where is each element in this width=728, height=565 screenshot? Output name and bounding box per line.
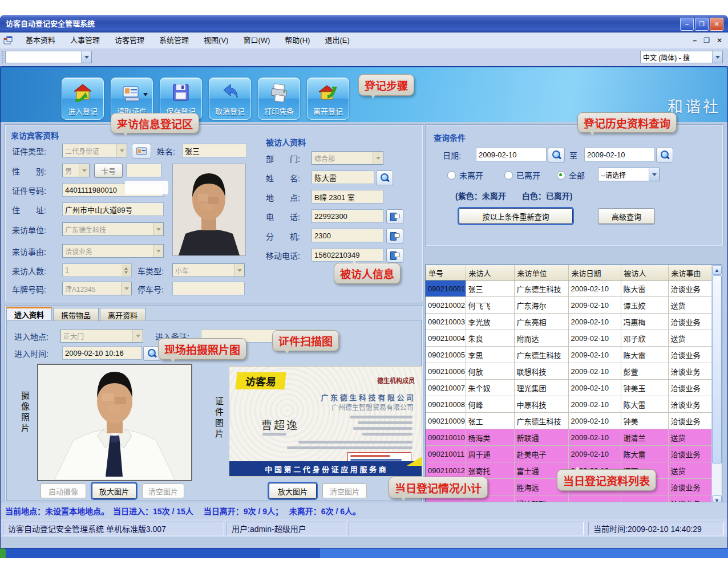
date-from-picker-button[interactable]	[548, 148, 565, 162]
plate-combo[interactable]: 津A12345	[62, 282, 132, 295]
clear-photo-button[interactable]: 清空图片	[142, 483, 184, 498]
cell-visitor[interactable]: 张三	[466, 281, 514, 297]
cell-company[interactable]: 新联通	[514, 429, 568, 446]
call-mobile-button[interactable]	[386, 248, 403, 263]
minimize-button[interactable]: –	[680, 18, 694, 31]
radio-all[interactable]: 全部	[557, 169, 585, 181]
cell-id[interactable]: 090210010	[426, 429, 466, 446]
chevron-down-icon[interactable]	[712, 51, 722, 63]
call-ext-button[interactable]	[386, 229, 403, 243]
chevron-down-icon[interactable]	[234, 264, 244, 277]
visited-name-input[interactable]	[312, 170, 374, 184]
cancel-register-button[interactable]: 取消登记	[209, 78, 251, 120]
advanced-query-button[interactable]: 高级查询	[598, 208, 655, 224]
col-header-reason[interactable]: 来访事由	[668, 265, 713, 281]
cell-visited[interactable]: 陈大雷	[621, 446, 668, 462]
dropdown-arrow-icon[interactable]	[143, 93, 148, 99]
vertical-scroll-thumb[interactable]	[712, 275, 722, 464]
cell-company[interactable]: 理光集团	[514, 380, 568, 396]
cell-visitor[interactable]: 何飞飞	[466, 297, 514, 314]
cell-company[interactable]: 赴美电子	[514, 446, 568, 462]
table-row[interactable]: 090210007朱个奴理光集团2009-02-10钟美玉洽谈业务	[426, 380, 713, 396]
cell-id[interactable]: 090210009	[426, 413, 466, 429]
entry-time-input[interactable]	[62, 346, 142, 360]
cell-id[interactable]: 090210006	[426, 363, 466, 380]
cell-reason[interactable]: 洽谈业务	[668, 314, 713, 330]
cell-visited[interactable]: 冯惠梅	[621, 314, 668, 330]
close-button[interactable]: ✕	[710, 18, 723, 31]
chevron-down-icon[interactable]	[121, 282, 131, 295]
cell-visited[interactable]: 邓子欣	[621, 330, 668, 347]
table-row[interactable]: 090210005李思广东德生科技2009-02-10陈大雷洽谈业务	[426, 347, 713, 363]
cell-visited[interactable]: 陈大雷	[621, 347, 668, 363]
ext-input[interactable]	[312, 229, 383, 242]
col-header-id[interactable]: 单号	[426, 265, 466, 281]
cell-reason[interactable]: 洽谈业务	[668, 396, 713, 413]
quick-search-combo[interactable]	[5, 51, 92, 63]
cell-reason[interactable]: 送货	[668, 330, 713, 347]
cell-reason[interactable]: 洽谈业务	[668, 479, 713, 495]
cell-reason[interactable]: 洽谈业务	[668, 380, 713, 396]
cell-reason[interactable]: 洽谈业务	[668, 363, 713, 380]
tab-leave-info[interactable]: 离开资料	[100, 308, 145, 321]
visitor-count-stepper[interactable]: 1	[62, 263, 132, 277]
cell-visitor[interactable]: 杨海类	[466, 429, 514, 446]
cell-company[interactable]: 广东德生科技	[514, 347, 568, 363]
zoom-card-button[interactable]: 放大图片	[269, 483, 317, 499]
mdi-minimize-button[interactable]: –	[693, 36, 697, 44]
tab-carried-items[interactable]: 携带物品	[53, 308, 99, 321]
phone-input[interactable]	[312, 209, 383, 223]
chevron-down-icon[interactable]	[153, 245, 163, 257]
menu-system[interactable]: 系统管理	[152, 34, 196, 47]
reason-combo[interactable]: 洽谈业务	[62, 244, 164, 258]
menu-exit[interactable]: 退出(E)	[317, 34, 357, 47]
cell-visited[interactable]: 陈大雷	[621, 281, 668, 297]
chevron-down-icon[interactable]	[116, 144, 127, 157]
entry-place-combo[interactable]: 正大门	[60, 329, 143, 343]
cell-visited[interactable]: 彭萱	[621, 363, 668, 380]
table-row[interactable]: 090210011周于通赴美电子2009-02-10陈大雷洽谈业务	[426, 446, 713, 462]
car-type-combo[interactable]: 小车	[172, 263, 245, 277]
chevron-down-icon[interactable]	[81, 51, 91, 63]
menu-visitor[interactable]: 访客管理	[107, 34, 152, 47]
mobile-input[interactable]	[312, 248, 383, 262]
menu-window[interactable]: 窗口(W)	[236, 34, 277, 47]
table-row[interactable]: 090210002何飞飞广东海尔2009-02-10谭玉姣送货	[426, 297, 713, 314]
table-row[interactable]: 090210004朱良附而达2009-02-10邓子欣送货	[426, 330, 713, 347]
tab-entry-info[interactable]: 进入资料	[6, 307, 52, 320]
menu-help[interactable]: 帮助(H)	[277, 34, 317, 47]
cell-visitor[interactable]: 何峰	[466, 396, 514, 413]
cell-id[interactable]: 090210003	[426, 314, 466, 330]
dept-combo[interactable]: 综合部	[312, 151, 383, 165]
mdi-restore-button[interactable]: ❐	[703, 36, 710, 44]
mdi-close-button[interactable]: ✕	[717, 36, 722, 44]
print-slip-button[interactable]: 打印凭条	[258, 78, 300, 120]
cell-visited[interactable]: 谭玉姣	[621, 297, 668, 314]
date-from-input[interactable]	[476, 148, 547, 161]
cell-visitor[interactable]: 李光放	[466, 314, 514, 330]
radio-left[interactable]: 已离开	[504, 169, 540, 181]
cell-company[interactable]: 广东海尔	[514, 297, 568, 314]
parking-input[interactable]	[172, 282, 245, 295]
cell-company[interactable]: 附而达	[514, 330, 568, 347]
cell-visitor[interactable]: 朱个奴	[466, 380, 514, 396]
col-header-date[interactable]: 来访日期	[568, 265, 621, 281]
cell-visitor[interactable]: 朱良	[466, 330, 514, 347]
cell-id[interactable]: 090210007	[426, 380, 466, 396]
card-number-input[interactable]	[126, 164, 161, 177]
col-header-visited[interactable]: 被访人	[621, 265, 668, 281]
date-to-picker-button[interactable]	[656, 148, 673, 162]
cert-type-combo[interactable]: 二代身份证	[62, 144, 127, 157]
cell-date[interactable]: 2009-02-10	[568, 314, 621, 330]
cell-visitor[interactable]: 张工	[466, 413, 514, 429]
cell-date[interactable]: 2009-02-10	[568, 281, 621, 297]
visitor-name-input[interactable]	[182, 144, 247, 157]
cell-date[interactable]: 2009-02-10	[568, 297, 621, 314]
cell-company[interactable]: 广东亮相	[514, 314, 568, 330]
cell-visitor[interactable]: 李思	[466, 347, 514, 363]
enter-register-button[interactable]: 进入登记	[62, 78, 104, 120]
gender-combo[interactable]: 男	[62, 164, 90, 177]
search-person-button[interactable]	[376, 170, 393, 185]
cell-date[interactable]: 2009-02-10	[568, 413, 621, 429]
vertical-scrollbar[interactable]: ▲ ▼	[711, 265, 722, 505]
